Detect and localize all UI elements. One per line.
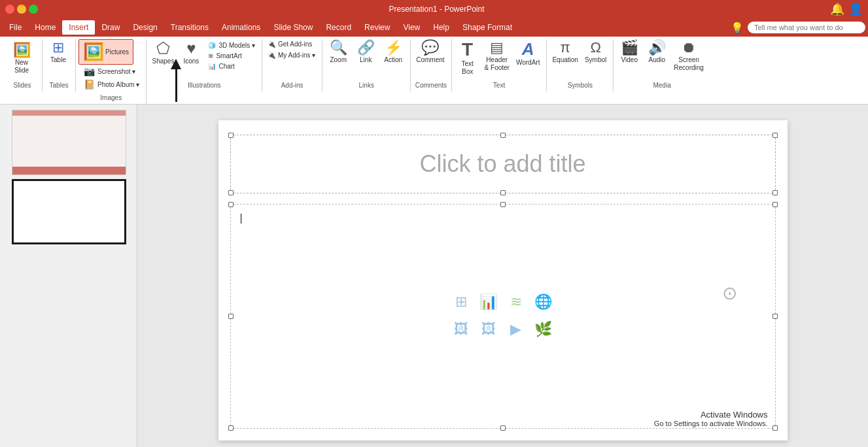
menu-home[interactable]: Home xyxy=(28,20,62,35)
insert-icons-icon[interactable]: 🌿 xyxy=(532,318,555,341)
title-placeholder-box[interactable]: Click to add title xyxy=(230,135,776,193)
menu-view[interactable]: View xyxy=(396,20,426,35)
pictures-label: Pictures xyxy=(105,48,129,56)
chart-icon: 📊 xyxy=(208,63,216,70)
links-group-label: Links xyxy=(322,80,410,90)
content-handle-bm[interactable] xyxy=(500,425,506,431)
smartart-button[interactable]: ≋ SmartArt xyxy=(205,51,258,61)
insert-video-icon[interactable]: ▶ xyxy=(504,318,528,341)
content-handle-tl[interactable] xyxy=(228,202,234,207)
media-group-label: Media xyxy=(614,80,710,90)
menu-record[interactable]: Record xyxy=(319,20,358,35)
content-handle-tm[interactable] xyxy=(500,202,506,207)
maximize-btn[interactable] xyxy=(29,5,38,14)
slides-group-label: Slides xyxy=(3,80,42,90)
video-icon: 🎬 xyxy=(621,41,638,55)
menu-slideshow[interactable]: Slide Show xyxy=(267,20,319,35)
close-btn[interactable] xyxy=(5,5,14,14)
handle-tm[interactable] xyxy=(500,133,506,138)
insert-chart-icon[interactable]: 📊 xyxy=(477,290,500,314)
menu-animations[interactable]: Animations xyxy=(215,20,267,35)
menu-design[interactable]: Design xyxy=(126,20,164,35)
ribbon-group-media: 🎬 Video 🔊 Audio ⏺ ScreenRecording Media xyxy=(614,39,710,91)
chart-label: Chart xyxy=(218,63,234,70)
menu-draw[interactable]: Draw xyxy=(95,20,126,35)
insert-picture-icon[interactable]: 🖼 xyxy=(449,318,473,341)
screenshot-icon: 📷 xyxy=(84,66,95,76)
slide-panel: 1 2 xyxy=(0,105,137,447)
content-box[interactable]: | ⊞ 📊 ≋ 🌐 🖼 🖼 ▶ 🌿 xyxy=(230,204,776,429)
slide-thumb-1[interactable]: 1 xyxy=(5,110,131,175)
photo-album-button[interactable]: 📔 Photo Album ▾ xyxy=(81,78,142,91)
activate-windows-main: Activate Windows xyxy=(654,410,768,420)
window-title: Presentation1 - PowerPoint xyxy=(43,5,830,14)
wordart-button[interactable]: A WordArt xyxy=(513,39,543,68)
images-group-label: Images xyxy=(76,93,146,103)
content-handle-mr[interactable] xyxy=(773,314,778,319)
screenshot-button[interactable]: 📷 Screenshot ▾ xyxy=(81,65,138,78)
3dmodels-button[interactable]: 🧊 3D Models ▾ xyxy=(205,41,258,50)
insert-smartart-icon[interactable]: ≋ xyxy=(504,290,528,314)
symbol-button[interactable]: Ω Symbol xyxy=(582,39,609,65)
comment-button[interactable]: 💬 Comment xyxy=(413,39,447,65)
menu-review[interactable]: Review xyxy=(358,20,396,35)
minimize-btn[interactable] xyxy=(17,5,26,14)
chart-button[interactable]: 📊 Chart xyxy=(205,61,258,71)
table-button[interactable]: ⊞ Table xyxy=(45,39,71,65)
slide-canvas[interactable]: Click to add title ⊙ | ⊞ xyxy=(218,120,788,440)
slide-1-inner xyxy=(12,110,126,175)
action-icon: ⚡ xyxy=(385,41,402,55)
pictures-button[interactable]: 🖼️ Pictures xyxy=(78,39,133,65)
new-slide-button[interactable]: 🖼️ NewSlide xyxy=(5,42,38,76)
activate-windows-notice: Activate Windows Go to Settings to activ… xyxy=(654,410,768,427)
video-button[interactable]: 🎬 Video xyxy=(616,39,642,65)
insert-table-icon[interactable]: ⊞ xyxy=(449,290,473,314)
equation-icon: π xyxy=(561,41,570,55)
symbols-group-label: Symbols xyxy=(547,80,613,90)
screen-recording-icon: ⏺ xyxy=(682,41,696,55)
handle-tl[interactable] xyxy=(228,133,234,138)
comment-icon: 💬 xyxy=(421,41,439,55)
tables-group-label: Tables xyxy=(43,80,75,90)
audio-icon: 🔊 xyxy=(648,41,666,55)
menu-transitions[interactable]: Transitions xyxy=(164,20,215,35)
handle-bm[interactable] xyxy=(500,190,506,195)
header-footer-button[interactable]: ▤ Header& Footer xyxy=(482,39,512,73)
get-addins-icon: 🔌 xyxy=(268,41,275,48)
audio-button[interactable]: 🔊 Audio xyxy=(644,39,670,65)
screen-recording-button[interactable]: ⏺ ScreenRecording xyxy=(671,39,706,73)
handle-bl[interactable] xyxy=(228,190,234,195)
shapes-icon: ⬠ xyxy=(156,41,170,56)
addins-group-label: Add-ins xyxy=(262,80,322,90)
zoom-button[interactable]: 🔍 Zoom xyxy=(325,39,351,65)
insert-3d-icon[interactable]: 🌐 xyxy=(532,290,555,314)
slide-canvas-area: Click to add title ⊙ | ⊞ xyxy=(137,105,868,447)
insert-stockimage-icon[interactable]: 🖼 xyxy=(477,318,500,341)
content-icons-grid: ⊞ 📊 ≋ 🌐 🖼 🖼 ▶ 🌿 xyxy=(449,290,557,342)
slide-thumb-2[interactable]: 2 xyxy=(5,179,131,244)
content-handle-br[interactable] xyxy=(773,425,778,431)
ribbon-group-comments: 💬 Comment Comments xyxy=(411,39,451,91)
content-handle-ml[interactable] xyxy=(228,314,234,319)
content-handle-tr[interactable] xyxy=(773,202,778,207)
action-button[interactable]: ⚡ Action xyxy=(380,39,406,65)
handle-br[interactable] xyxy=(773,190,778,195)
tell-me-input[interactable] xyxy=(748,22,865,33)
handle-tr[interactable] xyxy=(773,133,778,138)
ribbon-group-links: 🔍 Zoom 🔗 Link ⚡ Action Links xyxy=(322,39,411,91)
menu-shapeformat[interactable]: Shape Format xyxy=(456,20,519,35)
title-bar: Presentation1 - PowerPoint 🔔 👤 xyxy=(0,0,868,18)
icons-button[interactable]: ♥ Icons xyxy=(178,39,204,67)
content-handle-bl[interactable] xyxy=(228,425,234,431)
get-addins-button[interactable]: 🔌 Get Add-ins xyxy=(265,39,315,49)
my-addins-button[interactable]: 🔌 My Add-ins ▾ xyxy=(265,50,318,60)
link-button[interactable]: 🔗 Link xyxy=(353,39,379,65)
get-addins-label: Get Add-ins xyxy=(278,41,312,48)
comments-group-label: Comments xyxy=(411,80,451,90)
textbox-button[interactable]: T TextBox xyxy=(455,39,481,77)
main-layout: 1 2 Click to add xyxy=(0,105,868,447)
equation-button[interactable]: π Equation xyxy=(549,39,580,65)
menu-file[interactable]: File xyxy=(3,20,28,35)
menu-insert[interactable]: Insert xyxy=(62,20,95,35)
menu-help[interactable]: Help xyxy=(426,20,456,35)
